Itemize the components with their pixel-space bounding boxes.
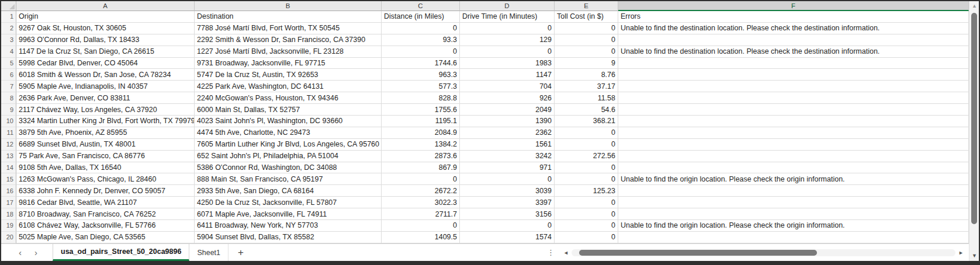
cell-A9[interactable]: 2117 Chávez Way, Los Angeles, CA 37920: [16, 104, 195, 116]
cell-F20[interactable]: [618, 232, 969, 243]
cell-B10[interactable]: 4023 Saint John's Pl, Washington, DC 936…: [195, 116, 382, 127]
cell-C4[interactable]: 0: [382, 46, 460, 58]
column-header-C[interactable]: C: [382, 1, 460, 11]
cell-C9[interactable]: 1755.6: [382, 104, 460, 116]
cell-C3[interactable]: 93.3: [382, 34, 460, 46]
add-sheet-button[interactable]: +: [228, 244, 253, 261]
cell-D19[interactable]: 0: [460, 220, 555, 232]
cell-E8[interactable]: 11.58: [555, 92, 618, 104]
cell-D6[interactable]: 1147: [460, 69, 555, 81]
cell-E5[interactable]: 9: [555, 58, 618, 69]
cell-F18[interactable]: [618, 208, 969, 220]
cell-D3[interactable]: 129: [460, 34, 555, 46]
cell-A16[interactable]: 6338 John F. Kennedy Dr, Denver, CO 5905…: [16, 185, 195, 197]
cell-E3[interactable]: 0: [555, 34, 618, 46]
cell-F3[interactable]: [618, 34, 969, 46]
cell-A12[interactable]: 6689 Sunset Blvd, Austin, TX 48001: [16, 139, 195, 151]
cell-D5[interactable]: 1983: [460, 58, 555, 69]
cell-F19[interactable]: Unable to find the origin location. Plea…: [618, 220, 969, 232]
cell-E6[interactable]: 8.76: [555, 69, 618, 81]
row-header-11[interactable]: 11: [1, 127, 16, 139]
cell-E2[interactable]: 0: [555, 23, 618, 34]
cell-A15[interactable]: 1263 McGowan's Pass, Chicago, IL 28460: [16, 173, 195, 185]
cell-F2[interactable]: Unable to find the destination location.…: [618, 23, 969, 34]
cell-C13[interactable]: 2873.6: [382, 151, 460, 162]
cell-A14[interactable]: 9108 5th Ave, Dallas, TX 16540: [16, 162, 195, 174]
column-header-D[interactable]: D: [460, 1, 555, 11]
cell-E18[interactable]: 0: [555, 208, 618, 220]
cell-B17[interactable]: 4250 De la Cruz St, Jacksonville, FL 578…: [195, 197, 382, 208]
cell-A7[interactable]: 5905 Maple Ave, Indianapolis, IN 40357: [16, 81, 195, 92]
cell-C7[interactable]: 577.3: [382, 81, 460, 92]
vertical-scrollbar[interactable]: ▲ ▼: [969, 1, 979, 261]
scroll-down-icon[interactable]: ▼: [969, 253, 979, 259]
cell-F10[interactable]: [618, 116, 969, 127]
cell-A13[interactable]: 75 Park Ave, San Francisco, CA 86776: [16, 151, 195, 162]
cell-B14[interactable]: 5386 O'Connor Rd, Washington, DC 34088: [195, 162, 382, 174]
cell-D20[interactable]: 1574: [460, 232, 555, 243]
cell-A6[interactable]: 6018 Smith & Wesson Dr, San Jose, CA 782…: [16, 69, 195, 81]
cell-E14[interactable]: 0: [555, 162, 618, 174]
cell-F15[interactable]: Unable to find the origin location. Plea…: [618, 173, 969, 185]
cell-B4[interactable]: 1227 José Martí Blvd, Jacksonville, FL 2…: [195, 46, 382, 58]
cell-C8[interactable]: 828.8: [382, 92, 460, 104]
cell-D11[interactable]: 2362: [460, 127, 555, 139]
cell-B19[interactable]: 6411 Broadway, New York, NY 57703: [195, 220, 382, 232]
cell-B6[interactable]: 5747 De la Cruz St, Austin, TX 92653: [195, 69, 382, 81]
row-header-3[interactable]: 3: [1, 34, 16, 46]
cell-D10[interactable]: 1390: [460, 116, 555, 127]
scroll-right-icon[interactable]: ►: [955, 250, 967, 256]
cell-E1[interactable]: Toll Cost (in $): [555, 11, 618, 23]
cell-E20[interactable]: 0: [555, 232, 618, 243]
cell-E10[interactable]: 368.21: [555, 116, 618, 127]
cell-D14[interactable]: 971: [460, 162, 555, 174]
column-header-B[interactable]: B: [195, 1, 382, 11]
cell-B5[interactable]: 9731 Broadway, Jacksonville, FL 97715: [195, 58, 382, 69]
cell-D18[interactable]: 3156: [460, 208, 555, 220]
cell-E16[interactable]: 125.23: [555, 185, 618, 197]
cell-B8[interactable]: 2240 McGowan's Pass, Houston, TX 94346: [195, 92, 382, 104]
row-header-5[interactable]: 5: [1, 58, 16, 69]
row-header-16[interactable]: 16: [1, 185, 16, 197]
row-header-2[interactable]: 2: [1, 23, 16, 34]
cell-B18[interactable]: 6071 Maple Ave, Jacksonville, FL 74911: [195, 208, 382, 220]
cell-E15[interactable]: 0: [555, 173, 618, 185]
cell-D2[interactable]: 0: [460, 23, 555, 34]
row-header-14[interactable]: 14: [1, 162, 16, 174]
cell-A1[interactable]: Origin: [16, 11, 195, 23]
more-sheets-icon[interactable]: ⋮: [547, 244, 555, 261]
cell-B20[interactable]: 5904 Sunset Blvd, Dallas, TX 85582: [195, 232, 382, 243]
cell-F11[interactable]: [618, 127, 969, 139]
cell-A10[interactable]: 3324 Martin Luther King Jr Blvd, Fort Wo…: [16, 116, 195, 127]
cell-C15[interactable]: 0: [382, 173, 460, 185]
cell-D15[interactable]: 0: [460, 173, 555, 185]
cell-F16[interactable]: [618, 185, 969, 197]
cell-B15[interactable]: 888 Main St, San Francisco, CA 95197: [195, 173, 382, 185]
cell-D1[interactable]: Drive Time (in Minutes): [460, 11, 555, 23]
scroll-left-icon[interactable]: ◄: [560, 250, 572, 256]
row-header-9[interactable]: 9: [1, 104, 16, 116]
vertical-scroll-thumb[interactable]: [971, 13, 977, 224]
cell-F13[interactable]: [618, 151, 969, 162]
horizontal-scroll-track[interactable]: [572, 249, 955, 256]
cell-F9[interactable]: [618, 104, 969, 116]
cell-A3[interactable]: 9963 O'Connor Rd, Dallas, TX 18433: [16, 34, 195, 46]
cell-D4[interactable]: 0: [460, 46, 555, 58]
cell-B12[interactable]: 7605 Martin Luther King Jr Blvd, Los Ang…: [195, 139, 382, 151]
row-header-15[interactable]: 15: [1, 173, 16, 185]
row-header-13[interactable]: 13: [1, 151, 16, 162]
cell-F6[interactable]: [618, 69, 969, 81]
cell-F5[interactable]: [618, 58, 969, 69]
cell-B3[interactable]: 2292 Smith & Wesson Dr, San Francisco, C…: [195, 34, 382, 46]
cell-E4[interactable]: 0: [555, 46, 618, 58]
next-sheet-icon[interactable]: ›: [34, 248, 37, 257]
cell-E17[interactable]: 0: [555, 197, 618, 208]
column-header-A[interactable]: A: [16, 1, 195, 11]
cell-A11[interactable]: 3879 5th Ave, Phoenix, AZ 85955: [16, 127, 195, 139]
cell-B16[interactable]: 2933 5th Ave, San Diego, CA 68164: [195, 185, 382, 197]
row-header-4[interactable]: 4: [1, 46, 16, 58]
cell-F4[interactable]: Unable to find the destination location.…: [618, 46, 969, 58]
cell-C20[interactable]: 1409.5: [382, 232, 460, 243]
cell-D13[interactable]: 3242: [460, 151, 555, 162]
row-header-10[interactable]: 10: [1, 116, 16, 127]
